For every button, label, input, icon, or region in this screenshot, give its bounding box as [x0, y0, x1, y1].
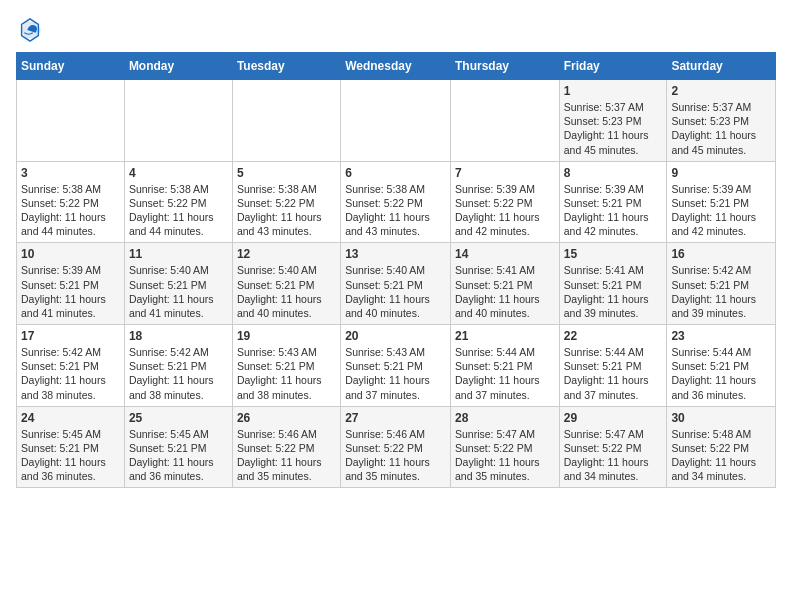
day-info: Sunrise: 5:39 AM Sunset: 5:21 PM Dayligh… — [564, 182, 663, 239]
day-cell — [232, 80, 340, 162]
day-cell: 25Sunrise: 5:45 AM Sunset: 5:21 PM Dayli… — [124, 406, 232, 488]
day-number: 26 — [237, 411, 336, 425]
col-header-wednesday: Wednesday — [341, 53, 451, 80]
day-number: 6 — [345, 166, 446, 180]
day-cell: 27Sunrise: 5:46 AM Sunset: 5:22 PM Dayli… — [341, 406, 451, 488]
day-cell: 23Sunrise: 5:44 AM Sunset: 5:21 PM Dayli… — [667, 325, 776, 407]
day-info: Sunrise: 5:39 AM Sunset: 5:21 PM Dayligh… — [21, 263, 120, 320]
day-info: Sunrise: 5:48 AM Sunset: 5:22 PM Dayligh… — [671, 427, 771, 484]
day-cell: 28Sunrise: 5:47 AM Sunset: 5:22 PM Dayli… — [450, 406, 559, 488]
logo — [16, 16, 48, 44]
day-cell: 13Sunrise: 5:40 AM Sunset: 5:21 PM Dayli… — [341, 243, 451, 325]
day-number: 5 — [237, 166, 336, 180]
day-cell: 15Sunrise: 5:41 AM Sunset: 5:21 PM Dayli… — [559, 243, 667, 325]
col-header-friday: Friday — [559, 53, 667, 80]
day-number: 17 — [21, 329, 120, 343]
day-number: 4 — [129, 166, 228, 180]
calendar-table: SundayMondayTuesdayWednesdayThursdayFrid… — [16, 52, 776, 488]
day-info: Sunrise: 5:46 AM Sunset: 5:22 PM Dayligh… — [345, 427, 446, 484]
day-cell: 8Sunrise: 5:39 AM Sunset: 5:21 PM Daylig… — [559, 161, 667, 243]
calendar-header-row: SundayMondayTuesdayWednesdayThursdayFrid… — [17, 53, 776, 80]
week-row-4: 17Sunrise: 5:42 AM Sunset: 5:21 PM Dayli… — [17, 325, 776, 407]
day-number: 27 — [345, 411, 446, 425]
day-number: 16 — [671, 247, 771, 261]
day-info: Sunrise: 5:38 AM Sunset: 5:22 PM Dayligh… — [129, 182, 228, 239]
day-number: 20 — [345, 329, 446, 343]
day-cell: 17Sunrise: 5:42 AM Sunset: 5:21 PM Dayli… — [17, 325, 125, 407]
day-cell — [341, 80, 451, 162]
day-info: Sunrise: 5:40 AM Sunset: 5:21 PM Dayligh… — [345, 263, 446, 320]
day-cell: 29Sunrise: 5:47 AM Sunset: 5:22 PM Dayli… — [559, 406, 667, 488]
day-cell: 22Sunrise: 5:44 AM Sunset: 5:21 PM Dayli… — [559, 325, 667, 407]
col-header-thursday: Thursday — [450, 53, 559, 80]
day-info: Sunrise: 5:45 AM Sunset: 5:21 PM Dayligh… — [129, 427, 228, 484]
day-cell: 10Sunrise: 5:39 AM Sunset: 5:21 PM Dayli… — [17, 243, 125, 325]
day-number: 1 — [564, 84, 663, 98]
day-info: Sunrise: 5:42 AM Sunset: 5:21 PM Dayligh… — [129, 345, 228, 402]
day-number: 22 — [564, 329, 663, 343]
day-number: 19 — [237, 329, 336, 343]
day-info: Sunrise: 5:41 AM Sunset: 5:21 PM Dayligh… — [455, 263, 555, 320]
day-info: Sunrise: 5:38 AM Sunset: 5:22 PM Dayligh… — [237, 182, 336, 239]
day-number: 7 — [455, 166, 555, 180]
col-header-monday: Monday — [124, 53, 232, 80]
logo-icon — [16, 16, 44, 44]
day-cell: 18Sunrise: 5:42 AM Sunset: 5:21 PM Dayli… — [124, 325, 232, 407]
day-cell: 2Sunrise: 5:37 AM Sunset: 5:23 PM Daylig… — [667, 80, 776, 162]
day-info: Sunrise: 5:45 AM Sunset: 5:21 PM Dayligh… — [21, 427, 120, 484]
day-number: 30 — [671, 411, 771, 425]
col-header-tuesday: Tuesday — [232, 53, 340, 80]
day-cell: 1Sunrise: 5:37 AM Sunset: 5:23 PM Daylig… — [559, 80, 667, 162]
day-cell: 19Sunrise: 5:43 AM Sunset: 5:21 PM Dayli… — [232, 325, 340, 407]
day-number: 24 — [21, 411, 120, 425]
day-info: Sunrise: 5:42 AM Sunset: 5:21 PM Dayligh… — [21, 345, 120, 402]
day-info: Sunrise: 5:40 AM Sunset: 5:21 PM Dayligh… — [237, 263, 336, 320]
day-cell: 7Sunrise: 5:39 AM Sunset: 5:22 PM Daylig… — [450, 161, 559, 243]
week-row-3: 10Sunrise: 5:39 AM Sunset: 5:21 PM Dayli… — [17, 243, 776, 325]
week-row-1: 1Sunrise: 5:37 AM Sunset: 5:23 PM Daylig… — [17, 80, 776, 162]
week-row-5: 24Sunrise: 5:45 AM Sunset: 5:21 PM Dayli… — [17, 406, 776, 488]
day-number: 3 — [21, 166, 120, 180]
day-cell: 3Sunrise: 5:38 AM Sunset: 5:22 PM Daylig… — [17, 161, 125, 243]
day-info: Sunrise: 5:47 AM Sunset: 5:22 PM Dayligh… — [564, 427, 663, 484]
day-cell: 16Sunrise: 5:42 AM Sunset: 5:21 PM Dayli… — [667, 243, 776, 325]
day-number: 10 — [21, 247, 120, 261]
page-header — [16, 16, 776, 44]
day-cell: 30Sunrise: 5:48 AM Sunset: 5:22 PM Dayli… — [667, 406, 776, 488]
col-header-sunday: Sunday — [17, 53, 125, 80]
day-number: 21 — [455, 329, 555, 343]
day-cell: 5Sunrise: 5:38 AM Sunset: 5:22 PM Daylig… — [232, 161, 340, 243]
day-info: Sunrise: 5:43 AM Sunset: 5:21 PM Dayligh… — [345, 345, 446, 402]
day-info: Sunrise: 5:42 AM Sunset: 5:21 PM Dayligh… — [671, 263, 771, 320]
day-cell — [124, 80, 232, 162]
day-cell — [17, 80, 125, 162]
day-info: Sunrise: 5:41 AM Sunset: 5:21 PM Dayligh… — [564, 263, 663, 320]
day-info: Sunrise: 5:37 AM Sunset: 5:23 PM Dayligh… — [564, 100, 663, 157]
day-number: 28 — [455, 411, 555, 425]
day-cell: 21Sunrise: 5:44 AM Sunset: 5:21 PM Dayli… — [450, 325, 559, 407]
day-cell: 14Sunrise: 5:41 AM Sunset: 5:21 PM Dayli… — [450, 243, 559, 325]
day-info: Sunrise: 5:47 AM Sunset: 5:22 PM Dayligh… — [455, 427, 555, 484]
day-cell: 9Sunrise: 5:39 AM Sunset: 5:21 PM Daylig… — [667, 161, 776, 243]
day-info: Sunrise: 5:44 AM Sunset: 5:21 PM Dayligh… — [455, 345, 555, 402]
day-info: Sunrise: 5:46 AM Sunset: 5:22 PM Dayligh… — [237, 427, 336, 484]
day-number: 13 — [345, 247, 446, 261]
day-cell: 12Sunrise: 5:40 AM Sunset: 5:21 PM Dayli… — [232, 243, 340, 325]
day-cell: 4Sunrise: 5:38 AM Sunset: 5:22 PM Daylig… — [124, 161, 232, 243]
day-cell: 26Sunrise: 5:46 AM Sunset: 5:22 PM Dayli… — [232, 406, 340, 488]
col-header-saturday: Saturday — [667, 53, 776, 80]
day-number: 29 — [564, 411, 663, 425]
day-number: 15 — [564, 247, 663, 261]
day-info: Sunrise: 5:43 AM Sunset: 5:21 PM Dayligh… — [237, 345, 336, 402]
day-cell — [450, 80, 559, 162]
day-info: Sunrise: 5:38 AM Sunset: 5:22 PM Dayligh… — [21, 182, 120, 239]
day-cell: 24Sunrise: 5:45 AM Sunset: 5:21 PM Dayli… — [17, 406, 125, 488]
day-number: 11 — [129, 247, 228, 261]
day-number: 18 — [129, 329, 228, 343]
day-number: 9 — [671, 166, 771, 180]
day-number: 25 — [129, 411, 228, 425]
day-info: Sunrise: 5:44 AM Sunset: 5:21 PM Dayligh… — [671, 345, 771, 402]
day-number: 8 — [564, 166, 663, 180]
day-cell: 6Sunrise: 5:38 AM Sunset: 5:22 PM Daylig… — [341, 161, 451, 243]
day-info: Sunrise: 5:39 AM Sunset: 5:22 PM Dayligh… — [455, 182, 555, 239]
